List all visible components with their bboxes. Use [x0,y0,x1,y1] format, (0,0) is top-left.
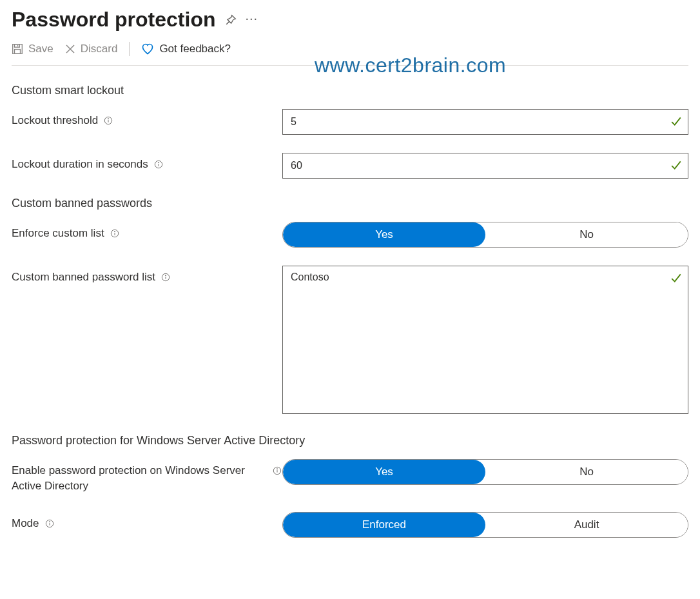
toolbar: Save Discard Got feedback? www.cert2brai… [12,38,688,66]
banned-list-textarea[interactable] [282,266,688,414]
svg-rect-3 [15,50,21,54]
svg-point-9 [108,119,109,119]
section-lockout-title: Custom smart lockout [12,84,688,97]
section-ad-title: Password protection for Windows Server A… [12,434,688,447]
toggle-option-audit[interactable]: Audit [485,513,688,537]
page-title: Password protection [12,8,216,32]
heart-icon [141,43,154,55]
info-icon[interactable] [153,159,164,170]
info-icon[interactable] [44,518,55,529]
info-icon[interactable] [160,272,171,282]
svg-point-15 [114,231,115,232]
enforce-custom-list-toggle[interactable]: Yes No [282,222,688,248]
toggle-option-no[interactable]: No [485,222,688,247]
watermark-text: www.cert2brain.com [315,54,506,77]
svg-point-21 [277,469,277,469]
save-label: Save [28,43,53,55]
pin-icon[interactable] [225,14,237,26]
save-icon [12,43,23,55]
mode-toggle[interactable]: Enforced Audit [282,512,688,538]
discard-button[interactable]: Discard [65,43,118,55]
lockout-duration-input[interactable] [282,153,688,179]
save-button[interactable]: Save [12,43,53,55]
feedback-label: Got feedback? [159,43,231,55]
svg-point-12 [158,162,159,163]
section-banned-title: Custom banned passwords [12,197,688,210]
enforce-custom-list-label: Enforce custom list [12,226,104,241]
svg-line-0 [226,21,229,25]
toggle-option-yes[interactable]: Yes [283,460,485,484]
more-icon[interactable]: ··· [246,12,258,25]
svg-point-18 [165,275,166,276]
discard-label: Discard [81,43,118,55]
info-icon[interactable] [110,228,120,239]
mode-label: Mode [12,516,39,531]
lockout-duration-label: Lockout duration in seconds [12,157,148,172]
banned-list-label: Custom banned password list [12,270,155,285]
lockout-threshold-input[interactable] [282,109,688,135]
toggle-option-yes[interactable]: Yes [283,222,485,247]
toggle-option-enforced[interactable]: Enforced [283,513,485,537]
close-icon [65,44,75,54]
info-icon[interactable] [272,466,282,476]
toolbar-divider [129,42,130,56]
lockout-threshold-label: Lockout threshold [12,113,98,128]
feedback-link[interactable]: Got feedback? [141,43,231,55]
svg-point-24 [49,521,50,522]
svg-rect-2 [15,44,20,48]
enable-ad-label: Enable password protection on Windows Se… [12,463,267,494]
toggle-option-no[interactable]: No [485,460,688,484]
info-icon[interactable] [103,115,113,126]
enable-ad-toggle[interactable]: Yes No [282,459,688,485]
